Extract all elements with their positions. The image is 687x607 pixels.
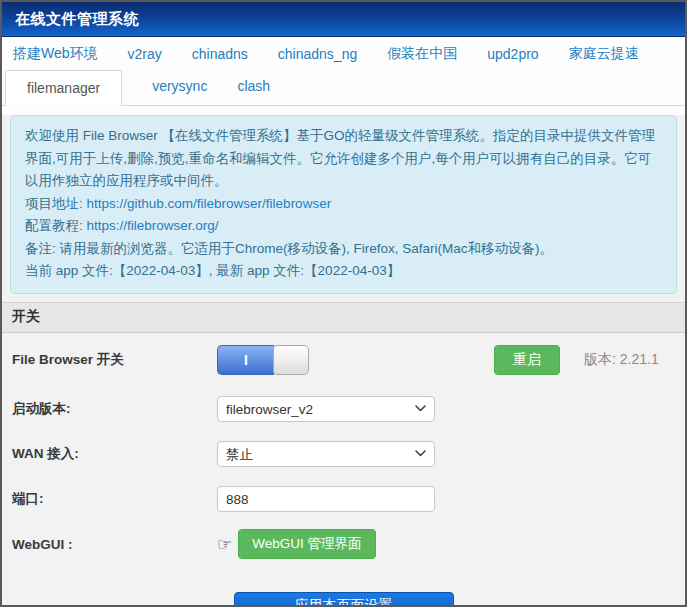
nav-item-chinadns[interactable]: chinadns — [192, 46, 248, 62]
port-label: 端口: — [12, 490, 217, 508]
project-label: 项目地址: — [25, 196, 83, 211]
row-port: 端口: — [2, 477, 685, 522]
nav-item-v2ray[interactable]: v2ray — [128, 46, 162, 62]
section-title: 开关 — [12, 308, 40, 324]
tab-filemanager[interactable]: filemanager — [5, 70, 122, 106]
wan-access-label: WAN 接入: — [12, 445, 217, 463]
docs-link[interactable]: https://filebrowser.org/ — [87, 218, 219, 233]
info-intro: 欢迎使用 File Browser 【在线文件管理系统】基于GO的轻量级文件管理… — [25, 125, 662, 193]
filemanager-settings-page: 在线文件管理系统 搭建Web环境 v2ray chinadns chinadns… — [0, 0, 687, 607]
settings-form: File Browser 开关 I 重启 版本: 2.21.1 启动版本: — [2, 333, 685, 607]
info-docs-line: 配置教程: https://filebrowser.org/ — [25, 215, 662, 238]
nav-item-web-env[interactable]: 搭建Web环境 — [13, 45, 98, 63]
row-filebrowser-switch: File Browser 开关 I 重启 版本: 2.21.1 — [2, 333, 685, 387]
switch-label: File Browser 开关 — [12, 351, 217, 369]
wan-access-select-wrap: 禁止 — [217, 441, 435, 467]
top-nav: 搭建Web环境 v2ray chinadns chinadns_ng 假装在中国… — [2, 37, 685, 70]
row-start-version: 启动版本: filebrowser_v2 — [2, 387, 685, 432]
row-wan-access: WAN 接入: 禁止 — [2, 432, 685, 477]
tab-bar: filemanager verysync clash — [2, 70, 685, 106]
info-alert: 欢迎使用 File Browser 【在线文件管理系统】基于GO的轻量级文件管理… — [10, 115, 677, 294]
version-label: 版本: — [584, 351, 616, 367]
toggle-knob[interactable] — [273, 345, 309, 375]
info-note: 备注: 请用最新的浏览器。它适用于Chrome(移动设备), Firefox, … — [25, 238, 662, 261]
filebrowser-toggle[interactable]: I — [217, 345, 309, 375]
pointing-hand-icon: ☞ — [217, 536, 232, 553]
port-input[interactable] — [217, 486, 435, 512]
page-title: 在线文件管理系统 — [15, 10, 139, 27]
project-link[interactable]: https://github.com/filebrowser/filebrows… — [87, 196, 332, 211]
info-project-line: 项目地址: https://github.com/filebrowser/fil… — [25, 193, 662, 216]
info-app-files: 当前 app 文件:【2022-04-03】, 最新 app 文件:【2022-… — [25, 260, 662, 283]
row-webgui: WebGUI : ☞ WebGUI 管理界面 — [2, 522, 685, 567]
docs-label: 配置教程: — [25, 218, 83, 233]
apply-button[interactable]: 应用本页面设置 — [234, 592, 454, 607]
nav-item-chinadns-ng[interactable]: chinadns_ng — [278, 46, 357, 62]
window-title-bar: 在线文件管理系统 — [2, 2, 685, 37]
section-header-switch: 开关 — [2, 302, 685, 333]
tab-content: 欢迎使用 File Browser 【在线文件管理系统】基于GO的轻量级文件管理… — [2, 115, 685, 607]
apply-row: 应用本页面设置 — [2, 567, 685, 607]
webgui-label: WebGUI : — [12, 537, 217, 552]
version-value: 2.21.1 — [620, 351, 659, 367]
tab-clash[interactable]: clash — [237, 69, 270, 105]
restart-button[interactable]: 重启 — [494, 345, 560, 375]
nav-item-upd2pro[interactable]: upd2pro — [487, 46, 538, 62]
toggle-state-text: I — [244, 352, 248, 368]
start-version-select[interactable]: filebrowser_v2 — [217, 396, 435, 422]
webgui-button[interactable]: WebGUI 管理界面 — [238, 529, 375, 559]
start-version-label: 启动版本: — [12, 400, 217, 418]
wan-access-select[interactable]: 禁止 — [217, 441, 435, 467]
nav-item-home-cloud[interactable]: 家庭云提速 — [569, 45, 639, 63]
toggle-on-segment: I — [217, 345, 274, 375]
tab-verysync[interactable]: verysync — [152, 69, 207, 105]
nav-item-fake-china[interactable]: 假装在中国 — [387, 45, 457, 63]
start-version-select-wrap: filebrowser_v2 — [217, 396, 435, 422]
version-text: 版本: 2.21.1 — [584, 351, 659, 369]
